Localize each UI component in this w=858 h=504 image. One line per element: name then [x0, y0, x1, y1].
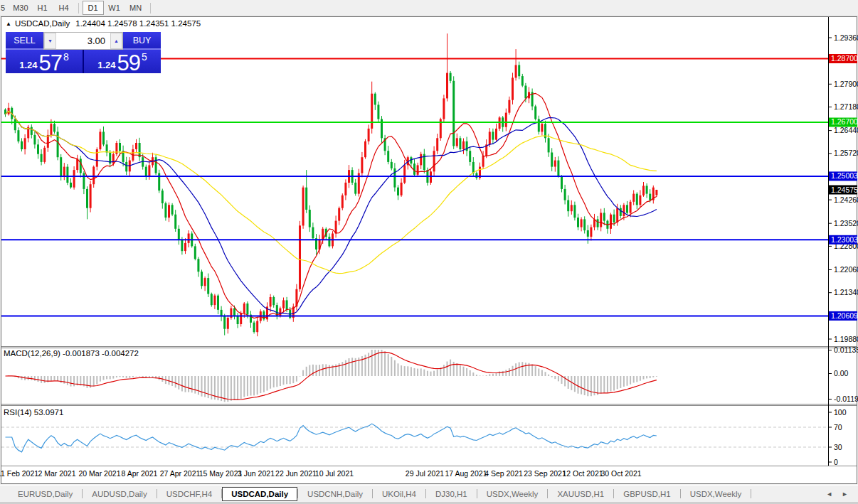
scroll-left-icon[interactable]: ◄ [826, 490, 832, 498]
chart-tab-dj30-6[interactable]: DJ30,H1 [426, 487, 477, 501]
price-tick-label: 1.27900 [834, 80, 858, 88]
date-label: 2 Mar 2021 [38, 469, 75, 478]
chart-tab-usdcad-3[interactable]: USDCAD,Daily [222, 487, 297, 501]
date-label: 23 Sep 2021 [524, 469, 566, 478]
chart-tab-eurusd-0[interactable]: EURUSD,Daily [9, 487, 82, 501]
date-label: 4 Sep 2021 [484, 469, 523, 478]
date-label: 12 Oct 2021 [562, 469, 603, 478]
svg-text:1.28700: 1.28700 [831, 54, 858, 63]
price-tick-label: 1.24260 [834, 195, 858, 204]
svg-text:1.23003: 1.23003 [831, 235, 858, 244]
macd-indicator-label: MACD(12,26,9) -0.001873 -0.004272 [4, 349, 139, 358]
rsi-tick-label: 30 [834, 443, 842, 451]
date-label: 17 Aug 2021 [445, 469, 487, 478]
chart-title: ▲USDCAD,Daily1.24404 1.24578 1.24351 1.2… [6, 19, 201, 28]
date-label: 8 Apr 2021 [122, 469, 158, 478]
date-label: 29 Jul 2021 [406, 469, 444, 478]
price-level-tag: 1.20609 [829, 311, 858, 321]
svg-text:1.24575: 1.24575 [831, 186, 858, 194]
timeframe-button-mn[interactable]: MN [125, 1, 147, 15]
buy-price[interactable]: 1.24 59 5 [84, 50, 161, 73]
svg-text:1.25003: 1.25003 [831, 171, 858, 180]
date-label: 11 Feb 2021 [0, 469, 38, 478]
buy-price-pip: 5 [142, 52, 147, 73]
rsi-tick-label: 0 [834, 458, 838, 466]
timeframe-toolbar: 5M30H1H4D1W1MN [0, 0, 858, 16]
chart-tab-bar: EURUSD,DailyAUDUSD,DailyUSDCHF,H4USDCAD,… [0, 485, 858, 502]
buy-button[interactable]: BUY [123, 32, 161, 50]
volume-spinner: ▼ 3.00 ▲ [43, 32, 123, 50]
macd-tick-label: 0.00 [834, 369, 849, 377]
price-tick-label: 1.22060 [834, 265, 858, 274]
date-label: 20 Mar 2021 [79, 469, 121, 478]
buy-price-prefix: 1.24 [97, 60, 115, 73]
rsi-tick-label: 100 [834, 408, 847, 417]
tab-scroll-arrows: ◄► [826, 490, 858, 498]
svg-text:1.20609: 1.20609 [831, 311, 858, 320]
timeframe-button-m30[interactable]: M30 [9, 1, 31, 15]
price-tick-label: 1.23520 [834, 219, 858, 227]
date-label: 27 Apr 2021 [160, 469, 201, 478]
date-axis: 11 Feb 20212 Mar 202120 Mar 20218 Apr 20… [0, 469, 642, 478]
chart-tab-gbpusd-9[interactable]: GBPUSD,H1 [614, 487, 679, 501]
rsi-indicator-label: RSI(14) 53.0971 [4, 408, 63, 417]
one-click-trade-panel: SELL ▼ 3.00 ▲ BUY 1.24 57 8 1.24 59 5 [6, 32, 161, 73]
sell-price-big: 57 [39, 54, 62, 73]
price-level-tag: 1.25003 [829, 171, 858, 181]
price-tick-label: 1.21340 [834, 288, 858, 296]
price-level-tag: 1.24575 [829, 186, 858, 195]
price-level-tag: 1.28700 [829, 54, 858, 63]
timeframe-button-w1[interactable]: W1 [104, 1, 125, 15]
sell-price[interactable]: 1.24 57 8 [6, 50, 83, 73]
buy-price-big: 59 [117, 54, 140, 73]
chart-tab-xauusd-8[interactable]: XAUUSD,H1 [548, 487, 613, 501]
chart-tab-usdcnh-4[interactable]: USDCNH,Daily [298, 487, 372, 501]
volume-decrease-button[interactable]: ▼ [44, 33, 56, 49]
scroll-right-icon[interactable]: ► [842, 490, 848, 498]
sell-price-pip: 8 [63, 52, 69, 73]
trade-panel-controls: SELL ▼ 3.00 ▲ BUY [6, 32, 161, 50]
toolbar-separator [78, 3, 79, 14]
timeframe-button-5[interactable]: 5 [0, 1, 9, 15]
tab-separator [751, 489, 751, 498]
volume-input[interactable]: 3.00 [56, 33, 110, 49]
volume-increase-button[interactable]: ▲ [110, 33, 122, 49]
price-chart-canvas[interactable]: 1.293601.279001.271801.264401.257201.242… [0, 0, 858, 504]
chart-tab-audusd-1[interactable]: AUDUSD,Daily [83, 487, 156, 501]
chevron-down-icon: ▼ [48, 38, 53, 43]
ohlc-values: 1.24404 1.24578 1.24351 1.24575 [75, 19, 201, 28]
sell-button[interactable]: SELL [6, 32, 43, 50]
chart-tab-usdx-10[interactable]: USDX,Weekly [681, 487, 751, 501]
chart-tab-usdx-7[interactable]: USDX,Weekly [477, 487, 548, 501]
price-level-tag: 1.26700 [829, 117, 858, 127]
price-tick-label: 1.26440 [834, 126, 858, 134]
timeframe-button-d1[interactable]: D1 [83, 1, 104, 15]
collapse-chart-icon[interactable]: ▲ [6, 21, 11, 27]
symbol-period-label: USDCAD,Daily [15, 19, 70, 28]
chart-window [1, 17, 857, 484]
chart-tab-usdchf-2[interactable]: USDCHF,H4 [157, 487, 222, 501]
macd-tick-label: 0.01135 [834, 345, 858, 354]
price-tick-label: 1.19880 [834, 335, 858, 343]
date-label: 10 Jul 2021 [315, 469, 354, 478]
toolbar-separator [150, 3, 151, 14]
price-tick-label: 1.27180 [834, 102, 858, 111]
svg-text:1.26700: 1.26700 [831, 117, 858, 126]
chart-tab-ukoil-5[interactable]: UKOil,H4 [373, 487, 425, 501]
date-label: 22 Jun 2021 [275, 469, 317, 478]
timeframe-button-h1[interactable]: H1 [32, 1, 53, 15]
price-tick-label: 1.29360 [834, 33, 858, 42]
timeframe-button-h4[interactable]: H4 [53, 1, 75, 15]
rsi-tick-label: 70 [834, 423, 842, 431]
trade-panel-prices: 1.24 57 8 1.24 59 5 [6, 50, 161, 73]
macd-tick-label: -0.01190 [834, 395, 858, 403]
date-label: 3 Jun 2021 [238, 469, 275, 478]
date-label: 30 Oct 2021 [600, 469, 641, 478]
chevron-up-icon: ▲ [114, 38, 119, 43]
sell-price-prefix: 1.24 [19, 60, 37, 73]
date-label: 15 May 2021 [199, 469, 243, 478]
price-level-tag: 1.23003 [829, 235, 858, 245]
price-tick-label: 1.25720 [834, 149, 858, 157]
